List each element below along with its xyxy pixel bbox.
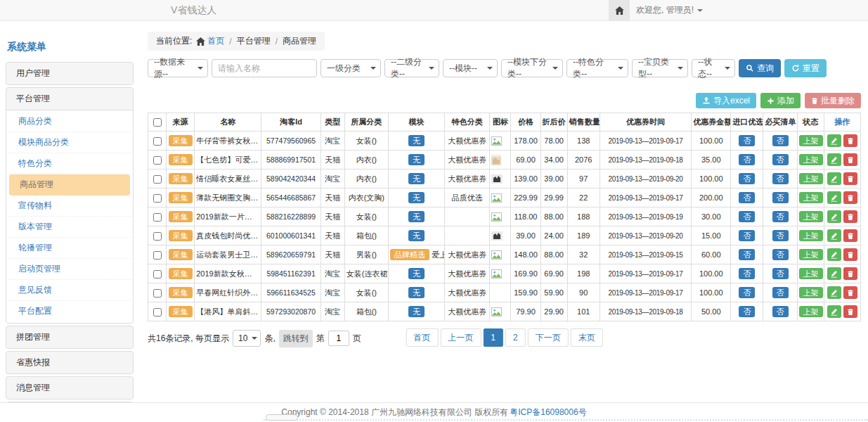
page-prev[interactable]: 上一页	[440, 328, 481, 347]
reset-button[interactable]: 重置	[784, 59, 827, 77]
page-last[interactable]: 末页	[571, 328, 603, 347]
import-toggle-badge[interactable]: 否	[739, 249, 755, 261]
import-excel-button[interactable]: 导入excel	[696, 93, 756, 108]
row-checkbox[interactable]	[153, 175, 162, 184]
status-badge[interactable]: 上架	[799, 173, 823, 185]
icp-link[interactable]: 粤ICP备16098006号	[510, 407, 586, 418]
module-badge[interactable]: 无	[408, 211, 425, 223]
name-search-input[interactable]	[212, 59, 317, 77]
module-badge[interactable]: 无	[408, 135, 425, 147]
filter-select-1[interactable]: 一级分类	[320, 59, 381, 77]
import-toggle-badge[interactable]: 否	[739, 268, 755, 280]
edit-button[interactable]	[827, 210, 841, 223]
sidebar-item-4[interactable]: 消息管理	[6, 377, 133, 399]
import-toggle-badge[interactable]: 否	[739, 135, 755, 147]
must-buy-toggle-badge[interactable]: 否	[772, 192, 789, 204]
row-checkbox[interactable]	[153, 213, 162, 222]
row-checkbox[interactable]	[153, 156, 162, 165]
edit-button[interactable]	[827, 134, 841, 147]
import-toggle-badge[interactable]: 否	[739, 173, 755, 185]
must-buy-toggle-badge[interactable]: 否	[772, 173, 789, 185]
delete-button[interactable]	[843, 305, 857, 318]
module-badge[interactable]: 品牌精选	[390, 249, 429, 261]
status-badge[interactable]: 上架	[799, 268, 823, 280]
edit-button[interactable]	[827, 267, 841, 280]
filter-select-4[interactable]: --模块下分类--	[501, 59, 563, 77]
must-buy-toggle-badge[interactable]: 否	[772, 154, 789, 166]
module-badge[interactable]: 无	[408, 287, 425, 299]
module-badge[interactable]: 无	[408, 268, 425, 280]
module-badge[interactable]: 无	[408, 306, 425, 318]
row-checkbox[interactable]	[153, 308, 162, 316]
sidebar-subitem-8[interactable]: 意见反馈	[8, 280, 131, 301]
row-checkbox[interactable]	[153, 251, 162, 260]
page-next[interactable]: 下一页	[528, 328, 569, 347]
status-badge[interactable]: 上架	[799, 230, 823, 242]
import-toggle-badge[interactable]: 否	[739, 230, 755, 242]
import-toggle-badge[interactable]: 否	[739, 192, 755, 204]
status-badge[interactable]: 上架	[799, 211, 823, 223]
edit-button[interactable]	[827, 172, 841, 185]
status-badge[interactable]: 上架	[799, 154, 823, 166]
page-1[interactable]: 1	[483, 328, 503, 347]
edit-button[interactable]	[827, 191, 841, 204]
sidebar-item-0[interactable]: 用户管理	[6, 63, 133, 84]
delete-button[interactable]	[843, 248, 857, 261]
delete-button[interactable]	[843, 286, 857, 299]
sidebar-subitem-7[interactable]: 启动页管理	[8, 259, 131, 280]
filter-select-7[interactable]: --状态--	[692, 59, 735, 77]
delete-button[interactable]	[843, 134, 857, 147]
edit-button[interactable]	[827, 305, 841, 318]
must-buy-toggle-badge[interactable]: 否	[772, 287, 789, 299]
edit-button[interactable]	[827, 229, 841, 242]
batch-delete-button[interactable]: 批量删除	[805, 93, 861, 108]
sidebar-subitem-4[interactable]: 宣传物料	[8, 196, 131, 217]
module-badge[interactable]: 无	[408, 173, 425, 185]
delete-button[interactable]	[843, 267, 857, 280]
sidebar-subitem-5[interactable]: 版本管理	[8, 217, 131, 238]
edit-button[interactable]	[827, 153, 841, 166]
row-checkbox[interactable]	[153, 194, 162, 203]
sidebar-item-1[interactable]: 平台管理	[6, 88, 133, 110]
page-first[interactable]: 首页	[406, 328, 438, 347]
sidebar-subitem-2[interactable]: 特色分类	[8, 153, 131, 174]
module-badge[interactable]: 无	[408, 154, 425, 166]
filter-select-2[interactable]: --二级分类--	[384, 59, 439, 77]
must-buy-toggle-badge[interactable]: 否	[772, 211, 789, 223]
status-badge[interactable]: 上架	[799, 135, 823, 147]
delete-button[interactable]	[843, 191, 857, 204]
filter-select-6[interactable]: --宝贝类型--	[632, 59, 688, 77]
delete-button[interactable]	[843, 210, 857, 223]
sidebar-item-3[interactable]: 省惠快报	[6, 352, 133, 373]
must-buy-toggle-badge[interactable]: 否	[772, 268, 789, 280]
delete-button[interactable]	[843, 153, 857, 166]
row-checkbox[interactable]	[153, 137, 162, 146]
delete-button[interactable]	[843, 229, 857, 242]
horizontal-scrollbar-track[interactable]	[264, 419, 868, 421]
nav-home-button[interactable]	[609, 0, 630, 20]
sidebar-subitem-1[interactable]: 模块商品分类	[8, 132, 131, 153]
sidebar-subitem-0[interactable]: 商品分类	[8, 111, 131, 132]
page-size-select[interactable]: 10	[233, 330, 261, 347]
breadcrumb-home-link[interactable]: 首页	[207, 35, 224, 47]
sidebar-item-2[interactable]: 拼团管理	[6, 326, 133, 348]
status-badge[interactable]: 上架	[799, 192, 823, 204]
must-buy-toggle-badge[interactable]: 否	[772, 306, 789, 318]
select-all-checkbox[interactable]	[153, 118, 162, 127]
must-buy-toggle-badge[interactable]: 否	[772, 249, 789, 261]
user-menu[interactable]: 欢迎您, 管理员!	[636, 0, 703, 20]
row-checkbox[interactable]	[153, 232, 162, 241]
jump-page-input[interactable]	[328, 331, 349, 346]
import-toggle-badge[interactable]: 否	[739, 306, 755, 318]
status-badge[interactable]: 上架	[799, 287, 823, 299]
horizontal-scrollbar-thumb[interactable]	[266, 414, 298, 421]
module-badge[interactable]: 无	[408, 230, 425, 242]
import-toggle-badge[interactable]: 否	[739, 154, 755, 166]
row-checkbox[interactable]	[153, 289, 162, 298]
filter-select-0[interactable]: --数据来源--	[148, 59, 208, 77]
filter-select-3[interactable]: --模块--	[443, 59, 498, 77]
add-button[interactable]: 添加	[760, 93, 801, 108]
edit-button[interactable]	[827, 248, 841, 261]
row-checkbox[interactable]	[153, 270, 162, 279]
must-buy-toggle-badge[interactable]: 否	[772, 135, 789, 147]
